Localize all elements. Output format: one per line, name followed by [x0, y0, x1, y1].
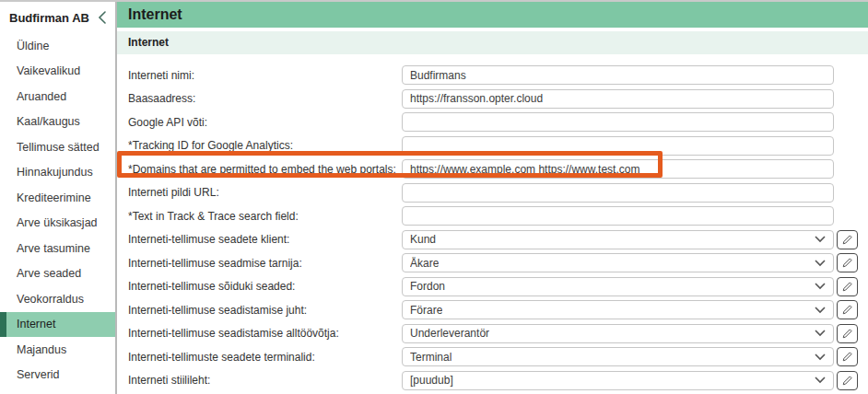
pencil-icon [841, 281, 853, 293]
collapse-sidebar-button[interactable] [95, 9, 110, 26]
selected-value: Förare [410, 304, 442, 317]
field-label: Baasaadress: [128, 92, 402, 105]
field-label: Interneti-tellimuse seadistamise juht: [128, 304, 402, 317]
tarnija-select[interactable]: Åkare [402, 253, 834, 272]
pencil-icon [841, 257, 853, 269]
edit-alltoovotja-button[interactable] [837, 324, 858, 343]
selected-value: Åkare [410, 257, 439, 270]
form-row-interneti-pildi-url: Interneti pildi URL: [128, 183, 858, 203]
form-row-permitted-domains: *Domains that are permitted to embed the… [128, 159, 858, 179]
pencil-icon [841, 328, 853, 340]
form-row-terminalid: Interneti-tellimuste seadete terminalid:… [128, 347, 858, 366]
selected-value: Underleverantör [410, 327, 489, 340]
permitted-domains-input[interactable] [402, 159, 834, 179]
sidebar-item-arve-seaded[interactable]: Arve seaded [0, 261, 115, 287]
pencil-icon [841, 375, 853, 387]
alltoovotja-select[interactable]: Underleverantör [402, 324, 834, 343]
image-url-input[interactable] [402, 183, 834, 203]
klient-select[interactable]: Kund [402, 230, 834, 249]
settings-sidebar: Budfirman AB Üldine Vaikevalikud Aruande… [0, 2, 117, 394]
main-panel: Internet Internet Interneti nimi: Baasaa… [117, 2, 868, 394]
sidebar-item-kaal-kaugus[interactable]: Kaal/kaugus [0, 110, 115, 135]
interneti-nimi-input[interactable] [402, 65, 834, 85]
form-row-alltoovotja: Interneti-tellimuse seadistamise alltööv… [128, 324, 858, 343]
sidebar-item-internet[interactable]: Internet [0, 312, 115, 338]
form-row-seadistamise-juht: Interneti-tellimuse seadistamise juht: F… [128, 300, 858, 319]
sidebar-item-arve-tasumine[interactable]: Arve tasumine [0, 236, 115, 261]
terminalid-select[interactable]: Terminal [402, 347, 834, 366]
chevron-down-icon [815, 260, 826, 267]
edit-soiduki-button[interactable] [837, 277, 858, 296]
pencil-icon [841, 351, 853, 363]
pencil-icon [841, 234, 853, 246]
chevron-down-icon [815, 353, 826, 361]
chevron-down-icon [815, 283, 826, 290]
form-row-soiduki-seaded: Interneti-tellimuse sõiduki seaded: Ford… [128, 277, 858, 296]
chevron-down-icon [815, 377, 826, 384]
chevron-down-icon [815, 236, 826, 243]
sidebar-item-arve-uksikasjad[interactable]: Arve üksikasjad [0, 211, 115, 237]
form-row-baasaadress: Baasaadress: [128, 89, 858, 109]
field-label: *Domains that are permitted to embed the… [128, 163, 402, 176]
field-label: Interneti-tellimuste seadete terminalid: [128, 351, 402, 364]
chevron-down-icon [815, 307, 826, 314]
form-row-seadmise-tarnija: Interneti-tellimuse seadmise tarnija: Åk… [128, 253, 858, 272]
field-label: *Text in Track & Trace search field: [128, 210, 402, 223]
baasaadress-input[interactable] [402, 89, 834, 109]
edit-tarnija-button[interactable] [837, 253, 858, 272]
google-api-key-input[interactable] [402, 112, 834, 132]
juht-select[interactable]: Förare [402, 300, 834, 319]
edit-juht-button[interactable] [837, 300, 858, 319]
edit-terminalid-button[interactable] [837, 347, 858, 366]
form-row-stiilileht: Interneti stiilileht: [puudub] [128, 371, 858, 390]
page-header: Internet [117, 2, 868, 28]
internet-settings-form: Interneti nimi: Baasaadress: Google API … [117, 54, 868, 394]
chevron-left-icon [97, 11, 108, 24]
sidebar-item-aruanded[interactable]: Aruanded [0, 84, 115, 110]
selected-value: Terminal [410, 351, 452, 364]
field-label: Interneti-tellimuse seadete klient: [128, 233, 402, 246]
track-trace-text-input[interactable] [402, 206, 834, 226]
sidebar-item-veokorraldus[interactable]: Veokorraldus [0, 286, 115, 312]
form-row-interneti-nimi: Interneti nimi: [128, 65, 858, 85]
field-label: Interneti pildi URL: [128, 186, 402, 199]
selected-value: Kund [410, 233, 436, 246]
pencil-icon [841, 304, 853, 316]
field-label: Interneti-tellimuse seadmise tarnija: [128, 257, 402, 270]
sidebar-item-krediteerimine[interactable]: Krediteerimine [0, 185, 115, 211]
company-name: Budfirman AB [9, 11, 89, 25]
field-label: Interneti-tellimuse seadistamise alltööv… [128, 327, 402, 340]
edit-klient-button[interactable] [837, 230, 858, 249]
field-label: Google API võti: [128, 116, 402, 129]
chevron-down-icon [815, 330, 826, 337]
field-label: Interneti stiilileht: [128, 374, 402, 387]
form-row-tracking-id: *Tracking ID for Google Analytics: [128, 136, 858, 156]
selected-value: [puudub] [410, 374, 453, 387]
form-row-seadete-klient: Interneti-tellimuse seadete klient: Kund [128, 230, 858, 249]
stiilileht-select[interactable]: [puudub] [402, 371, 834, 390]
page-title: Internet [128, 6, 182, 23]
sidebar-item-majandus[interactable]: Majandus [0, 337, 115, 363]
sidebar-header: Budfirman AB [0, 2, 115, 33]
sidebar-item-hinnakujundus[interactable]: Hinnakujundus [0, 160, 115, 186]
field-label: Interneti-tellimuse sõiduki seaded: [128, 280, 402, 293]
form-row-track-trace-text: *Text in Track & Trace search field: [128, 206, 858, 226]
field-label: Interneti nimi: [128, 69, 402, 82]
tracking-id-input[interactable] [402, 136, 834, 156]
selected-value: Fordon [410, 280, 445, 293]
sidebar-item-uldine[interactable]: Üldine [0, 33, 115, 59]
edit-stiilileht-button[interactable] [837, 371, 858, 390]
field-label: *Tracking ID for Google Analytics: [128, 139, 402, 152]
section-title: Internet [128, 36, 169, 49]
form-row-google-api-voti: Google API võti: [128, 112, 858, 132]
sidebar-item-serverid[interactable]: Serverid [0, 363, 115, 388]
section-header: Internet [117, 31, 868, 54]
sidebar-item-tellimuse-satted[interactable]: Tellimuse sätted [0, 134, 115, 160]
soiduki-select[interactable]: Fordon [402, 277, 834, 296]
sidebar-item-vaikevalikud[interactable]: Vaikevalikud [0, 59, 115, 85]
